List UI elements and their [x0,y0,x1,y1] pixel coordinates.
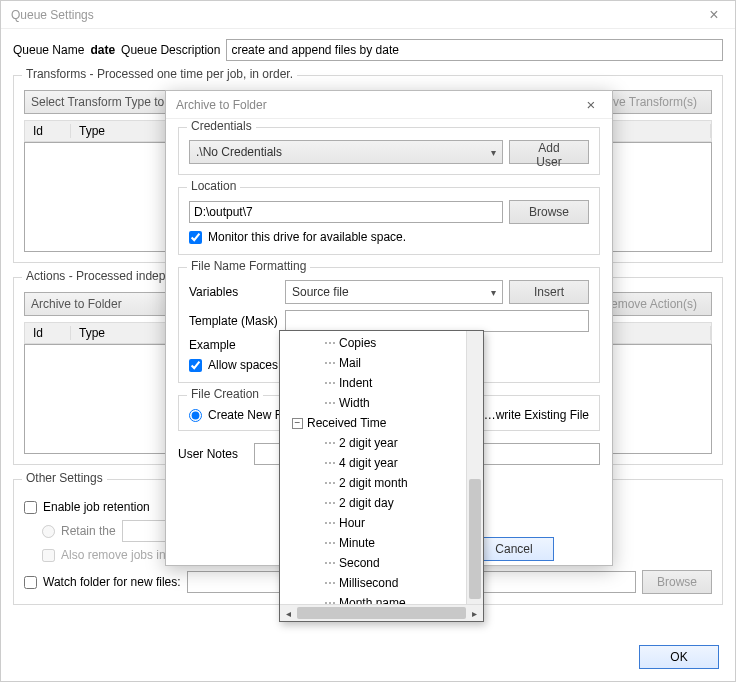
scrollbar-thumb[interactable] [469,479,481,599]
tree-guide-icon: ⋯ [324,436,335,450]
monitor-checkbox[interactable] [189,231,202,244]
queue-name-label: Queue Name [13,43,84,57]
scroll-right-icon[interactable]: ▸ [466,605,483,621]
queue-desc-input[interactable] [226,39,723,61]
dropdown-item[interactable]: ⋯Minute [280,533,483,553]
horizontal-scrollbar[interactable]: ◂ ▸ [280,604,483,621]
dropdown-item[interactable]: −Received Time [280,413,483,433]
tree-guide-icon: ⋯ [324,476,335,490]
queue-name-value: date [90,43,115,57]
credentials-legend: Credentials [187,119,256,133]
modal-close-icon[interactable]: × [576,96,606,113]
fnf-legend: File Name Formatting [187,259,310,273]
modal-actions: Cancel [474,537,554,561]
col-id: Id [25,124,71,138]
modal-titlebar: Archive to Folder × [166,91,612,119]
dropdown-item-label: Month name [339,596,406,604]
template-label: Template (Mask) [189,314,279,328]
tree-guide-icon: ⋯ [324,536,335,550]
location-browse-button[interactable]: Browse [509,200,589,224]
tree-guide-icon: ⋯ [324,556,335,570]
scrollbar-track[interactable] [297,607,466,619]
dropdown-item-label: Indent [339,376,372,390]
ok-bar: OK [639,645,719,669]
add-user-button[interactable]: Add User [509,140,589,164]
allow-spaces-checkbox[interactable] [189,359,202,372]
insert-button[interactable]: Insert [509,280,589,304]
titlebar: Queue Settings × [1,1,735,29]
credentials-group: Credentials .\No Credentials ▾ Add User [178,127,600,175]
dropdown-item-label: 4 digit year [339,456,398,470]
dropdown-item-label: Received Time [307,416,386,430]
location-legend: Location [187,179,240,193]
dropdown-item[interactable]: ⋯Millisecond [280,573,483,593]
modal-title: Archive to Folder [176,98,267,112]
enable-retention-label: Enable job retention [43,500,150,514]
dropdown-item[interactable]: ⋯Mail [280,353,483,373]
tree-guide-icon: ⋯ [324,576,335,590]
variables-value: Source file [292,285,349,299]
tree-guide-icon: ⋯ [324,516,335,530]
actions-legend: Actions - Processed indepe [22,269,176,283]
dropdown-item-label: 2 digit month [339,476,408,490]
dropdown-item-label: 2 digit day [339,496,394,510]
retain-the-radio[interactable] [42,525,55,538]
creation-legend: File Creation [187,387,263,401]
overwrite-label: …write Existing File [484,408,589,422]
chevron-down-icon: ▾ [491,287,496,298]
queue-desc-label: Queue Description [121,43,220,57]
watch-folder-checkbox[interactable] [24,576,37,589]
cancel-button[interactable]: Cancel [474,537,554,561]
archive-modal: Archive to Folder × Credentials .\No Cre… [165,90,613,566]
template-input[interactable] [285,310,589,332]
dropdown-item[interactable]: ⋯Copies [280,333,483,353]
transform-type-value: Select Transform Type to … [31,95,180,109]
tree-guide-icon: ⋯ [324,396,335,410]
action-type-value: Archive to Folder [31,297,122,311]
dropdown-item[interactable]: ⋯4 digit year [280,453,483,473]
tree-guide-icon: ⋯ [324,456,335,470]
dropdown-item-label: Second [339,556,380,570]
dropdown-item[interactable]: ⋯Second [280,553,483,573]
create-new-radio[interactable] [189,409,202,422]
window-title: Queue Settings [11,8,94,22]
dropdown-item-label: Millisecond [339,576,398,590]
monitor-label: Monitor this drive for available space. [208,230,406,244]
credentials-value: .\No Credentials [196,145,282,159]
dropdown-item-label: Minute [339,536,375,550]
watch-browse-button[interactable]: Browse [642,570,712,594]
dropdown-item[interactable]: ⋯2 digit day [280,493,483,513]
enable-retention-checkbox[interactable] [24,501,37,514]
dropdown-item-label: Copies [339,336,376,350]
dropdown-item-label: Mail [339,356,361,370]
retain-the-label: Retain the [61,524,116,538]
scroll-left-icon[interactable]: ◂ [280,605,297,621]
dropdown-item-label: Width [339,396,370,410]
variables-select[interactable]: Source file ▾ [285,280,503,304]
dropdown-item-label: 2 digit year [339,436,398,450]
also-remove-checkbox[interactable] [42,549,55,562]
ok-button[interactable]: OK [639,645,719,669]
location-input[interactable] [189,201,503,223]
tree-guide-icon: ⋯ [324,596,335,604]
dropdown-item[interactable]: ⋯Hour [280,513,483,533]
vertical-scrollbar[interactable] [466,331,483,604]
chevron-down-icon: ▾ [491,147,496,158]
credentials-select[interactable]: .\No Credentials ▾ [189,140,503,164]
other-legend: Other Settings [22,471,107,485]
variables-dropdown[interactable]: ⋯Copies⋯Mail⋯Indent⋯Width−Received Time⋯… [279,330,484,622]
dropdown-item[interactable]: ⋯Width [280,393,483,413]
dropdown-item[interactable]: ⋯Month name [280,593,483,604]
tree-guide-icon: ⋯ [324,336,335,350]
modal-body: Credentials .\No Credentials ▾ Add User … [166,119,612,473]
location-group: Location Browse Monitor this drive for a… [178,187,600,255]
close-icon[interactable]: × [699,6,729,24]
variables-dropdown-body: ⋯Copies⋯Mail⋯Indent⋯Width−Received Time⋯… [280,331,483,604]
usernotes-label: User Notes [178,447,248,461]
example-label: Example [189,338,279,352]
collapse-icon[interactable]: − [292,418,303,429]
dropdown-item[interactable]: ⋯Indent [280,373,483,393]
dropdown-item[interactable]: ⋯2 digit month [280,473,483,493]
dropdown-item[interactable]: ⋯2 digit year [280,433,483,453]
dropdown-item-label: Hour [339,516,365,530]
